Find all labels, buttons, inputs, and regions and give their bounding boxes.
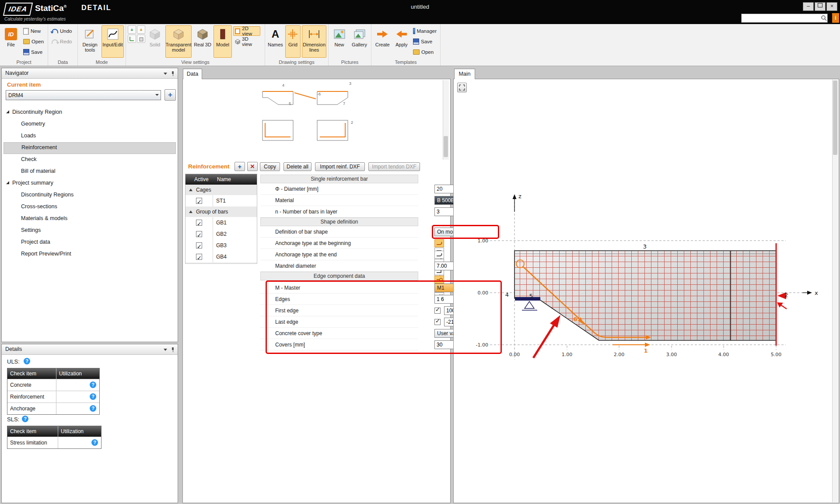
import-reinf-dxf-button[interactable]: Import reinf. DXF <box>315 162 365 171</box>
tree-item-settings[interactable]: Settings <box>4 225 176 236</box>
view-2d-button[interactable]: 2D view <box>233 26 260 36</box>
tab-main[interactable]: Main <box>454 69 475 79</box>
structural-drawing[interactable]: z x 1.00 0.00 -1.00 0.00 1.00 2.00 3.00 … <box>454 80 832 502</box>
minimize-button[interactable]: – <box>803 2 814 11</box>
pin-icon[interactable] <box>171 347 175 352</box>
title-bar: IDEA StatiCa® DETAIL Calculate yesterday… <box>0 0 840 24</box>
last-edge-checkbox[interactable] <box>434 319 441 325</box>
tree-expand-icon[interactable] <box>6 181 9 184</box>
pin-icon[interactable] <box>171 71 175 76</box>
tree-item-project-data[interactable]: Project data <box>4 237 176 248</box>
open-button[interactable]: Open <box>21 37 46 46</box>
add-item-button[interactable]: + <box>164 89 176 101</box>
tab-data[interactable]: Data <box>183 69 202 79</box>
sls-help-icon[interactable]: ? <box>22 416 28 422</box>
main-scrollbar[interactable] <box>832 80 838 502</box>
redo-button[interactable]: Redo <box>50 37 74 46</box>
collapse-icon[interactable] <box>164 349 167 351</box>
list-item-st1[interactable]: ST1 <box>186 195 257 207</box>
tree-item-materials-models[interactable]: Materials & models <box>4 213 176 224</box>
active-checkbox[interactable] <box>196 242 202 248</box>
help-icon[interactable]: ? <box>90 382 96 388</box>
active-checkbox[interactable] <box>196 254 202 260</box>
save-button[interactable]: Save <box>21 47 46 57</box>
tree-item-project-summary[interactable]: Project summary <box>4 178 176 189</box>
tree-item-discontinuity-regions[interactable]: Discontinuity Regions <box>4 189 176 200</box>
help-icon[interactable]: ? <box>90 405 96 412</box>
collapse-group-icon[interactable] <box>189 210 192 213</box>
tree-expand-icon[interactable] <box>6 110 9 113</box>
tree-item-reinforcement[interactable]: Reinforcement <box>4 142 176 154</box>
help-icon[interactable]: ? <box>90 393 96 400</box>
template-apply-button[interactable]: Apply <box>393 25 410 58</box>
info-button[interactable]: i <box>832 13 839 23</box>
active-checkbox[interactable] <box>196 231 202 237</box>
tree-item-bill-of-material[interactable]: Bill of material <box>4 166 176 177</box>
preview-scrollbar[interactable] <box>443 80 449 160</box>
delete-reinforcement-button[interactable]: ✕ <box>247 162 258 171</box>
search-icon[interactable] <box>821 15 827 21</box>
active-checkbox[interactable] <box>196 220 202 226</box>
template-save-button[interactable]: Save <box>411 37 438 46</box>
template-create-button[interactable]: Create <box>373 25 392 58</box>
tree-item-report-preview[interactable]: Report Preview/Print <box>4 248 176 259</box>
add-reinforcement-button[interactable]: + <box>234 162 245 171</box>
group-row-cages[interactable]: Cages <box>186 185 257 196</box>
first-edge-label: First edge <box>275 308 418 314</box>
delete-all-button[interactable]: Delete all <box>284 162 312 171</box>
picture-new-button[interactable]: New <box>330 25 348 58</box>
group-row-bars[interactable]: Group of bars <box>186 206 257 217</box>
active-checkbox[interactable] <box>196 198 202 204</box>
paste-view-icon[interactable]: + <box>137 25 145 34</box>
fit-view-button[interactable] <box>457 83 467 92</box>
maximize-button[interactable] <box>815 2 826 11</box>
uls-help-icon[interactable]: ? <box>24 358 30 364</box>
x-tick-label: 2.00 <box>614 352 625 357</box>
anchorage-hook-icon[interactable] <box>434 251 444 259</box>
tree-item-discontinuity-region[interactable]: Discontinuity Region <box>4 107 176 118</box>
design-tools-button[interactable]: Design tools <box>80 25 100 58</box>
copy-view-icon[interactable]: + <box>128 25 136 34</box>
anchorage-loop-icon[interactable] <box>434 276 444 284</box>
transparent-model-button[interactable]: Transparent model <box>165 25 192 58</box>
template-open-button[interactable]: Open <box>411 47 438 57</box>
search-input[interactable] <box>742 15 821 21</box>
names-button[interactable]: A Names <box>267 25 284 58</box>
model-button[interactable]: Model <box>214 25 232 58</box>
gallery-button[interactable]: Gallery <box>350 25 369 58</box>
tree-item-cross-sections[interactable]: Cross-sections <box>4 201 176 212</box>
help-icon[interactable]: ? <box>91 439 98 446</box>
template-manager-button[interactable]: Manager <box>411 26 438 36</box>
real-3d-button[interactable]: Real 3D <box>193 25 212 58</box>
undo-button[interactable]: Undo <box>50 26 74 36</box>
list-item-gb4[interactable]: GB4 <box>186 251 257 263</box>
first-edge-checkbox[interactable] <box>434 308 441 314</box>
tree-item-check[interactable]: Check <box>4 154 176 165</box>
view-3d-button[interactable]: 3D view <box>233 37 260 46</box>
current-item-select[interactable]: DRM4 <box>6 90 161 100</box>
dimension-lines-button[interactable]: Dimension lines <box>302 25 326 58</box>
tree-item-loads[interactable]: Loads <box>4 130 176 141</box>
input-edit-button[interactable]: Input/Edit <box>102 25 124 58</box>
grid-button[interactable]: Grid <box>285 25 301 58</box>
list-item-gb3[interactable]: GB3 <box>186 240 257 252</box>
copy-button[interactable]: Copy <box>260 162 280 171</box>
open-folder-icon <box>23 39 30 44</box>
close-button[interactable]: × <box>826 2 837 11</box>
list-item-gb2[interactable]: GB2 <box>186 228 257 240</box>
manager-icon <box>413 28 415 34</box>
import-tendon-dxf-button[interactable]: Import tendon DXF <box>368 162 420 171</box>
axes-icon[interactable] <box>128 35 136 43</box>
anchorage-hook-icon[interactable] <box>434 239 444 247</box>
solid-button[interactable]: Solid <box>146 25 164 58</box>
mini-cube-icon[interactable] <box>137 35 145 43</box>
last-edge-label: Last edge <box>275 319 418 325</box>
collapse-group-icon[interactable] <box>189 189 192 191</box>
template-save-icon <box>413 38 419 45</box>
list-item-gb1[interactable]: GB1 <box>186 217 257 229</box>
new-button[interactable]: New <box>21 26 46 36</box>
anchorage-begin-row: Anchorage type at the beginning <box>260 238 418 249</box>
file-button[interactable]: ID File <box>2 25 20 58</box>
tree-item-geometry[interactable]: Geometry <box>4 119 176 130</box>
collapse-icon[interactable] <box>164 73 167 75</box>
